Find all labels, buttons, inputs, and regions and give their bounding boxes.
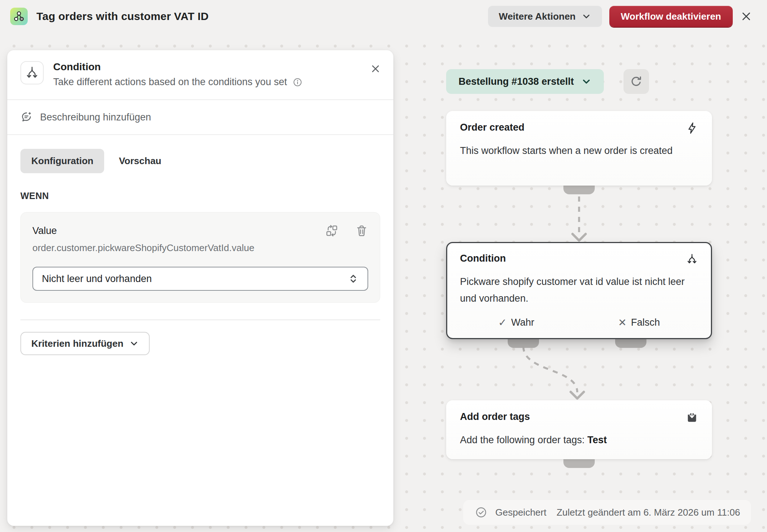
node-order-created-title: Order created: [460, 122, 524, 133]
branch-true: ✓ Wahr: [498, 317, 534, 329]
panel-close-button[interactable]: [370, 63, 381, 74]
workflow-app-icon: [10, 8, 28, 25]
panel-title: Condition: [53, 61, 303, 73]
more-actions-label: Weitere Aktionen: [499, 11, 576, 22]
x-mark-icon: ✕: [618, 317, 626, 329]
connector-stub-trigger: [563, 186, 595, 194]
check-circle-icon: [475, 506, 487, 519]
condition-branches: ✓ Wahr ✕ Falsch: [460, 317, 698, 329]
add-description-label: Beschreibung hinzufügen: [40, 112, 151, 123]
trigger-order-label: Bestellung #1038 erstellt: [459, 76, 574, 87]
add-criteria-button[interactable]: Kriterien hinzufügen: [20, 332, 150, 355]
tab-vorschau[interactable]: Vorschau: [108, 149, 172, 173]
delete-criterion-icon[interactable]: [355, 224, 368, 237]
lightning-icon: [686, 122, 698, 134]
criterion-field-label: Value: [32, 225, 57, 237]
branch-true-label: Wahr: [511, 317, 534, 328]
criterion-card: Value: [20, 212, 380, 303]
panel-tabs: Konfiguration Vorschau: [20, 149, 380, 173]
last-modified-label: Zuletzt geändert am 6. März 2026 um 11:0…: [556, 507, 740, 518]
node-add-order-tags-title: Add order tags: [460, 411, 530, 422]
criterion-field-path: order.customer.pickwareShopifyCustomerVa…: [32, 242, 368, 254]
node-order-created-description: This workflow starts when a new order is…: [460, 142, 698, 159]
page-title: Tag orders with customer VAT ID: [36, 10, 209, 23]
refresh-icon: [630, 75, 643, 88]
workflow-nodes-icon: [13, 10, 25, 23]
more-actions-button[interactable]: Weitere Aktionen: [488, 6, 602, 27]
chevron-down-icon: [129, 339, 139, 348]
add-criteria-label: Kriterien hinzufügen: [31, 338, 123, 349]
node-condition-description: Pickware shopify customer vat id value i…: [460, 273, 698, 307]
info-icon[interactable]: [292, 77, 303, 88]
node-condition-title: Condition: [460, 253, 506, 264]
refresh-trigger-button[interactable]: [624, 69, 649, 94]
connector-stub-true: [508, 339, 539, 348]
chevron-down-icon: [581, 76, 591, 87]
node-add-order-tags[interactable]: Add order tags Add the following order t…: [446, 400, 712, 459]
panel-body: Konfiguration Vorschau WENN Value: [7, 135, 393, 369]
save-status-bar: Gespeichert Zuletzt geändert am 6. März …: [463, 500, 751, 525]
tab-konfiguration[interactable]: Konfiguration: [20, 149, 104, 173]
condition-branch-icon: [686, 253, 698, 265]
branch-false-label: Falsch: [631, 317, 660, 328]
condition-config-panel: Condition Take different actions based o…: [7, 50, 393, 526]
section-divider: [20, 319, 380, 320]
saved-status-label: Gespeichert: [495, 507, 546, 518]
close-icon: [370, 63, 381, 74]
select-updown-icon: [348, 273, 359, 284]
comment-edit-icon: [20, 111, 33, 123]
close-editor-button[interactable]: [740, 10, 752, 23]
replace-variable-icon[interactable]: [325, 224, 338, 237]
panel-header: Condition Take different actions based o…: [7, 50, 393, 100]
add-tags-text: Add the following order tags:: [460, 434, 585, 445]
panel-head-text: Condition Take different actions based o…: [53, 61, 303, 88]
chevron-down-icon: [582, 12, 591, 21]
connector-stub-false: [615, 339, 646, 348]
operator-select[interactable]: Nicht leer und vorhanden: [32, 267, 368, 291]
workflow-editor: Tag orders with customer VAT ID Weitere …: [0, 0, 767, 532]
close-icon: [740, 10, 752, 23]
connector-stub-addtags: [563, 459, 595, 468]
branch-false: ✕ Falsch: [618, 317, 660, 329]
node-condition[interactable]: Condition Pickware shopify customer vat …: [446, 242, 712, 339]
condition-branch-icon: [25, 65, 39, 80]
check-icon: ✓: [498, 317, 507, 329]
topbar-actions: Weitere Aktionen Workflow deaktivieren: [488, 6, 752, 27]
deactivate-workflow-button[interactable]: Workflow deaktivieren: [609, 6, 733, 27]
operator-selected-value: Nicht leer und vorhanden: [42, 273, 152, 285]
condition-icon-box: [20, 61, 44, 84]
add-tags-value: Test: [587, 434, 607, 445]
trigger-order-select[interactable]: Bestellung #1038 erstellt: [446, 69, 604, 94]
topbar: Tag orders with customer VAT ID Weitere …: [0, 0, 767, 33]
node-add-order-tags-description: Add the following order tags: Test: [460, 432, 698, 448]
add-description-row[interactable]: Beschreibung hinzufügen: [7, 100, 393, 135]
panel-subtitle: Take different actions based on the cond…: [53, 76, 287, 88]
wenn-section-label: WENN: [20, 191, 380, 201]
node-order-created[interactable]: Order created This workflow starts when …: [446, 111, 712, 186]
add-tags-icon: [686, 411, 698, 424]
